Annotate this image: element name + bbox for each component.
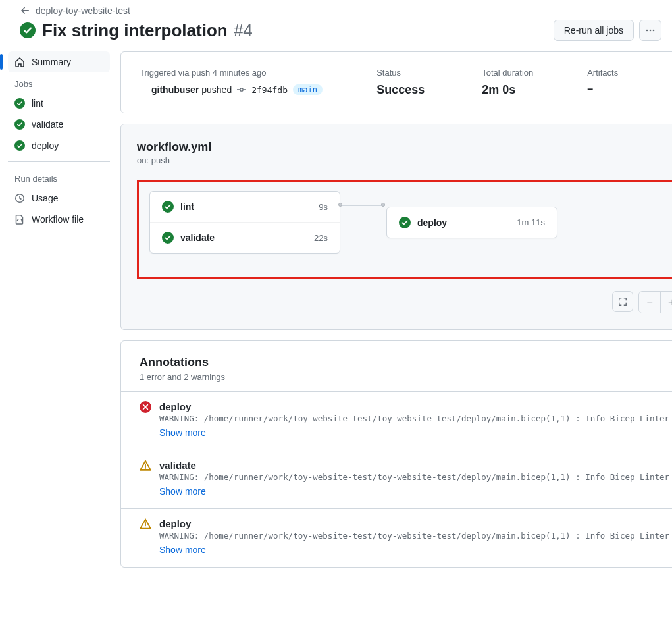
annotation-name[interactable]: validate	[159, 460, 672, 471]
run-summary-card: Triggered via push 4 minutes ago githubu…	[120, 51, 672, 113]
show-more-link[interactable]: Show more	[159, 545, 206, 555]
annotation-row: deploy WARNING: /home/runner/work/toy-we…	[121, 508, 672, 567]
svg-point-2	[653, 30, 655, 32]
job-group-left: lint 9s validate 22s	[149, 191, 340, 254]
back-arrow-icon[interactable]	[20, 5, 30, 16]
annotation-name[interactable]: deploy	[159, 518, 672, 529]
sidebar-job-deploy[interactable]: deploy	[8, 135, 110, 156]
annotation-name[interactable]: deploy	[159, 401, 672, 412]
sidebar-job-label: lint	[32, 98, 43, 109]
annotation-message: WARNING: /home/runner/work/toy-website-t…	[159, 472, 672, 482]
fullscreen-button[interactable]	[612, 291, 633, 312]
warning-icon	[140, 460, 151, 471]
sidebar-workflow-file[interactable]: Workflow file	[8, 209, 110, 230]
sidebar-jobs-heading: Jobs	[8, 72, 110, 93]
sidebar-job-label: deploy	[32, 140, 59, 151]
artifacts-label: Artifacts	[587, 68, 672, 78]
sidebar-summary-label: Summary	[32, 57, 71, 67]
breadcrumb[interactable]: deploy-toy-website-test	[36, 5, 130, 16]
sidebar-workflow-file-label: Workflow file	[32, 214, 84, 225]
annotations-card: Annotations 1 error and 2 warnings deplo…	[120, 340, 672, 568]
zoom-in-button[interactable]: +	[660, 292, 672, 313]
sidebar-summary[interactable]: Summary	[8, 51, 110, 72]
job-name: validate	[180, 232, 215, 243]
actor-name[interactable]: githubuser	[151, 84, 199, 95]
sidebar-job-label: validate	[32, 119, 63, 130]
sidebar-run-heading: Run details	[8, 167, 110, 188]
job-time: 9s	[319, 202, 328, 212]
svg-point-0	[646, 30, 648, 32]
job-node-validate[interactable]: validate 22s	[150, 222, 340, 253]
annotation-message: WARNING: /home/runner/work/toy-website-t…	[159, 414, 672, 423]
show-more-link[interactable]: Show more	[159, 486, 206, 496]
workflow-name: workflow.yml	[137, 140, 672, 154]
job-group-right: deploy 1m 11s	[386, 207, 557, 238]
artifacts-value: –	[587, 83, 672, 95]
warning-icon	[140, 518, 151, 530]
annotation-message: WARNING: /home/runner/work/toy-website-t…	[159, 531, 672, 541]
svg-point-5	[145, 468, 146, 469]
workflow-graph-card: workflow.yml on: push lint 9s	[120, 124, 672, 330]
svg-point-4	[240, 88, 243, 91]
svg-point-6	[145, 527, 146, 528]
rerun-all-jobs-button[interactable]: Re-run all jobs	[554, 20, 634, 41]
workflow-on: on: push	[137, 155, 672, 165]
svg-point-1	[650, 30, 652, 32]
job-time: 22s	[314, 233, 328, 243]
duration-value[interactable]: 2m 0s	[482, 83, 574, 97]
sidebar: Summary Jobs lint validate deploy Run de…	[8, 51, 110, 568]
branch-pill[interactable]: main	[293, 84, 323, 95]
page-title: Fix string interpolation #4	[42, 20, 253, 41]
annotation-row: deploy WARNING: /home/runner/work/toy-we…	[121, 391, 672, 450]
status-value: Success	[376, 83, 469, 97]
error-icon	[140, 401, 151, 413]
zoom-out-button[interactable]: −	[639, 292, 660, 313]
run-number: #4	[234, 20, 253, 40]
job-node-deploy[interactable]: deploy 1m 11s	[387, 207, 557, 238]
commit-icon	[237, 85, 246, 94]
sidebar-job-lint[interactable]: lint	[8, 93, 110, 114]
graph-connector	[340, 205, 385, 206]
annotations-title: Annotations	[140, 356, 672, 369]
kebab-menu-button[interactable]	[639, 20, 661, 41]
sidebar-usage[interactable]: Usage	[8, 188, 110, 209]
job-time: 1m 11s	[517, 217, 545, 227]
job-name: lint	[180, 201, 194, 212]
graph-dot	[381, 203, 385, 207]
trigger-label: Triggered via push 4 minutes ago	[140, 68, 363, 78]
sidebar-usage-label: Usage	[32, 193, 58, 203]
commit-hash[interactable]: 2f94fdb	[251, 85, 288, 95]
graph-dot	[338, 203, 342, 207]
duration-label: Total duration	[482, 68, 574, 78]
annotation-row: validate WARNING: /home/runner/work/toy-…	[121, 450, 672, 508]
status-check-icon	[20, 22, 36, 38]
annotations-subtitle: 1 error and 2 warnings	[140, 372, 672, 382]
job-name: deploy	[417, 217, 447, 228]
show-more-link[interactable]: Show more	[159, 427, 206, 438]
job-node-lint[interactable]: lint 9s	[150, 192, 340, 222]
sidebar-job-validate[interactable]: validate	[8, 114, 110, 135]
status-label: Status	[376, 68, 469, 78]
workflow-graph-highlight: lint 9s validate 22s	[137, 180, 672, 279]
